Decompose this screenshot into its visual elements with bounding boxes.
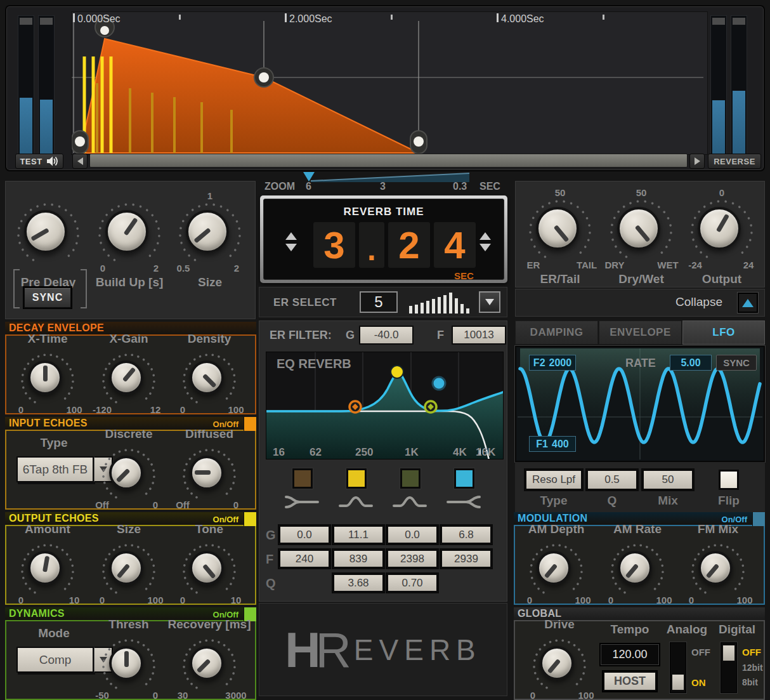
envelope-graph[interactable]: 0.000Sec2.000Sec4.000Sec (72, 12, 707, 154)
eq-band3-swatch[interactable] (400, 468, 421, 489)
eq-freq-label: 16 (273, 446, 285, 458)
scrollbar[interactable] (89, 154, 688, 168)
eq-band1-low-shelf-icon[interactable] (284, 494, 320, 510)
lfo-flip-label: Flip (708, 494, 749, 508)
lfo-type-value[interactable]: Reso Lpf (525, 470, 582, 490)
knob-dry-wet[interactable] (609, 199, 674, 263)
eq-title: EQ REVERB (277, 357, 351, 371)
eq-band1-swatch[interactable] (292, 468, 313, 489)
knob-output[interactable] (689, 199, 754, 263)
tab-envelope[interactable]: ENVELOPE (599, 320, 682, 345)
er-filter-freq-value[interactable]: 10013 (452, 326, 506, 345)
knob-drive[interactable] (532, 638, 587, 694)
zoom-slider[interactable] (304, 170, 473, 187)
envelope-handle-xtime[interactable] (254, 68, 273, 87)
lfo-mix-value[interactable]: 50 (643, 470, 693, 490)
eq-band4-swatch[interactable] (454, 468, 474, 489)
tempo-value[interactable]: 120.00 (601, 644, 659, 665)
digital-8bit-label[interactable]: 8bit (742, 677, 758, 687)
tab-damping[interactable]: DAMPING (515, 320, 598, 345)
knob-discrete[interactable] (101, 447, 157, 503)
eq-graph[interactable]: EQ REVERB16622501K4K16K (266, 352, 504, 459)
eq-q2-value[interactable]: 3.68 (333, 574, 384, 592)
er-filter-freq-wrap: 10013 (452, 326, 506, 345)
digital-off-label[interactable]: OFF (742, 647, 761, 657)
reverb-time-digit[interactable]: . (359, 222, 384, 268)
lfo-f1-value: 400 (552, 439, 569, 450)
knob-pre-delay[interactable] (16, 202, 81, 267)
eq-band3-bell-icon[interactable] (392, 494, 427, 510)
knob-am-depth[interactable] (528, 543, 584, 598)
eq-handle-band1[interactable] (349, 401, 361, 413)
lfo-f1-chip[interactable]: F1 400 (529, 436, 576, 452)
er-select-value[interactable]: 5 (360, 291, 398, 313)
lfo-f2-chip[interactable]: F2 2000 (529, 355, 576, 371)
eq-f1-value[interactable]: 240 (279, 550, 330, 568)
lfo-flip-toggle[interactable] (719, 470, 739, 490)
envelope-handle-predelay[interactable] (72, 131, 88, 154)
analog-switch-handle[interactable] (672, 674, 684, 690)
eq-handle-band4[interactable] (433, 377, 445, 390)
reverb-time-digit[interactable]: 3 (313, 222, 355, 268)
scroll-right-button[interactable] (689, 154, 705, 169)
knob-amount[interactable] (20, 543, 75, 598)
eq-g1-value[interactable]: 0.0 (279, 525, 330, 544)
knob-x-time[interactable] (20, 352, 75, 408)
reverb-time-display: REVERB TIME 3.24 SEC (263, 199, 504, 280)
envelope-handle-end[interactable] (410, 131, 427, 154)
collapse-button[interactable] (738, 293, 758, 313)
lfo-sync-button[interactable]: SYNC (716, 355, 757, 371)
knob-thresh-min: -50 (88, 690, 116, 700)
reverb-time-digit[interactable]: 4 (434, 222, 476, 268)
knob-er-tail[interactable] (528, 199, 592, 263)
analog-on-label[interactable]: ON (691, 677, 706, 688)
knob-dry-wet-min: DRY (601, 260, 629, 270)
knob-build-up-s[interactable] (97, 202, 162, 267)
lfo-rate-value[interactable]: 5.00 (670, 355, 712, 371)
input-echoes-dropdown-value: 6Tap 8th FB (16, 456, 94, 482)
knob-density[interactable] (181, 352, 237, 408)
digital-12bit-label[interactable]: 12bit (742, 663, 763, 673)
pre-delay-sync-button[interactable]: SYNC (23, 287, 72, 308)
knob-thresh-pointer (124, 651, 129, 667)
eq-g2-value[interactable]: 11.1 (333, 525, 384, 544)
analog-switch[interactable] (670, 642, 686, 693)
scroll-left-button[interactable] (72, 154, 88, 169)
reverb-time-digit[interactable]: 2 (388, 222, 430, 268)
test-button[interactable]: TEST (15, 154, 63, 169)
knob-diffused[interactable] (181, 447, 237, 503)
knob-diffused-label: Diffused (159, 427, 260, 441)
knob-recovery-ms[interactable] (181, 638, 237, 694)
reverb-time-spinner-right[interactable] (480, 232, 491, 251)
eq-f2-value[interactable]: 839 (333, 550, 384, 568)
er-filter-gain-value[interactable]: -40.0 (359, 326, 414, 345)
eq-g4-value[interactable]: 6.8 (441, 525, 492, 544)
eq-handle-band2[interactable] (391, 366, 403, 378)
eq-f3-value[interactable]: 2398 (387, 550, 438, 568)
knob-tone[interactable] (181, 543, 237, 598)
knob-x-gain[interactable] (101, 352, 157, 408)
envelope-display[interactable]: 0.000Sec2.000Sec4.000Sec (71, 11, 708, 155)
digital-switch[interactable] (721, 642, 737, 693)
lfo-q-value[interactable]: 0.5 (587, 470, 637, 490)
knob-size[interactable] (101, 543, 157, 598)
host-button[interactable]: HOST (603, 671, 656, 691)
reverse-button[interactable]: REVERSE (708, 154, 761, 169)
eq-q3-value[interactable]: 0.70 (387, 574, 438, 592)
knob-am-rate[interactable] (610, 543, 665, 598)
knob-fm-mix[interactable] (690, 543, 746, 598)
eq-handle-band3[interactable] (425, 401, 436, 413)
digital-switch-handle[interactable] (722, 645, 735, 661)
reverb-time-spinner-left[interactable] (285, 232, 297, 251)
tab-lfo[interactable]: LFO (682, 320, 765, 345)
knob-size[interactable] (178, 202, 242, 267)
knob-thresh[interactable] (101, 638, 157, 694)
eq-band2-swatch[interactable] (346, 468, 367, 489)
eq-g3-value[interactable]: 0.0 (387, 525, 438, 544)
eq-band4-high-shelf-icon[interactable] (446, 494, 481, 510)
analog-off-label[interactable]: OFF (691, 647, 710, 657)
eq-band2-bell-icon[interactable] (338, 494, 374, 510)
eq-f4-value[interactable]: 2939 (441, 550, 492, 568)
right-arrow-icon (695, 157, 700, 165)
er-select-dropdown-button[interactable] (479, 291, 500, 313)
